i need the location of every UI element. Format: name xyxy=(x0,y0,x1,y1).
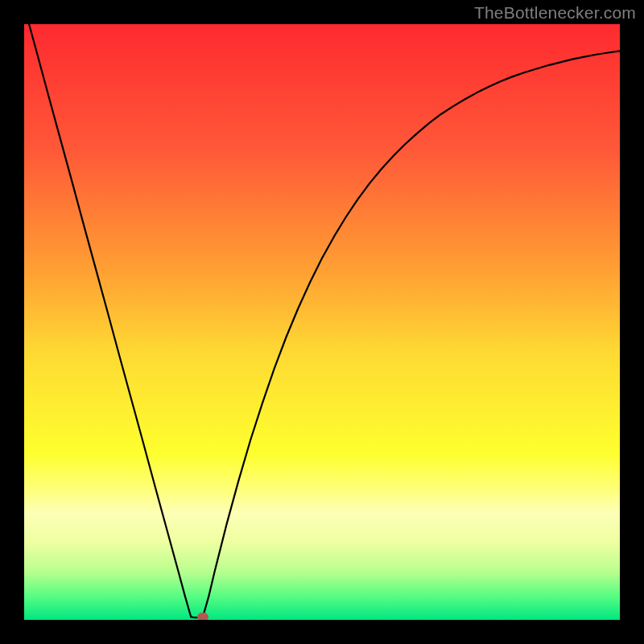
chart-frame: TheBottlenecker.com xyxy=(0,0,644,644)
plot-area xyxy=(24,24,620,620)
chart-svg xyxy=(24,24,620,620)
attribution-label: TheBottlenecker.com xyxy=(474,3,636,23)
gradient-background xyxy=(24,24,620,620)
